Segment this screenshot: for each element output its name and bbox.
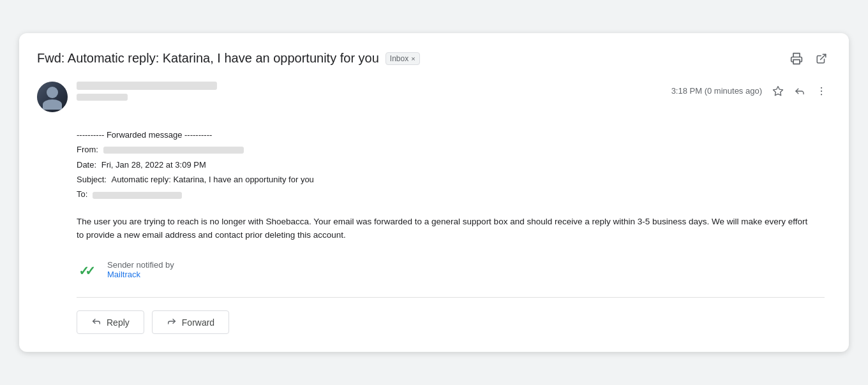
email-subject: Fwd: Automatic reply: Katarina, I have a… <box>37 51 379 66</box>
email-body: ---------- Forwarded message ---------- … <box>37 127 831 298</box>
reply-button-label: Reply <box>107 317 130 328</box>
reply-button-icon <box>91 316 101 328</box>
forwarded-separator: ---------- Forwarded message ---------- <box>77 127 825 142</box>
mailtrack-label: Sender notified by <box>107 260 174 270</box>
email-header: Fwd: Automatic reply: Katarina, I have a… <box>37 48 831 69</box>
to-line: To: <box>77 187 825 201</box>
sender-right-icons <box>768 82 831 101</box>
svg-line-1 <box>821 54 826 59</box>
from-value-redacted <box>103 147 244 154</box>
subject-label: Subject: <box>77 175 107 184</box>
print-button[interactable] <box>786 48 807 69</box>
forward-button[interactable]: Forward <box>152 310 229 334</box>
reply-header-button[interactable] <box>790 82 809 101</box>
forwarded-header: ---------- Forwarded message ---------- … <box>77 127 825 202</box>
check2: ✓ <box>85 263 96 279</box>
email-timestamp: 3:18 PM (0 minutes ago) <box>671 86 762 96</box>
sender-right: 3:18 PM (0 minutes ago) <box>671 82 831 101</box>
sender-email-redacted <box>77 94 128 101</box>
print-icon <box>790 52 803 65</box>
reply-arrow-icon <box>91 316 101 326</box>
email-body-text: The user you are trying to reach is no l… <box>77 215 811 242</box>
sender-info <box>77 82 217 101</box>
sender-name-redacted <box>77 82 217 90</box>
header-actions <box>786 48 831 69</box>
to-value-redacted <box>93 192 182 199</box>
reply-button[interactable]: Reply <box>77 310 144 334</box>
open-external-button[interactable] <box>812 49 831 68</box>
svg-point-5 <box>821 94 822 95</box>
svg-point-4 <box>821 91 822 92</box>
mailtrack-notification: ✓ ✓ Sender notified by Mailtrack <box>77 260 825 279</box>
date-value: Fri, Jan 28, 2022 at 3:09 PM <box>101 160 206 170</box>
from-line: From: <box>77 142 825 157</box>
subject-line: Subject: Automatic reply: Katarina, I ha… <box>77 172 825 187</box>
subject-area: Fwd: Automatic reply: Katarina, I have a… <box>37 51 786 66</box>
star-icon <box>772 85 784 97</box>
more-options-button[interactable] <box>812 82 831 101</box>
inbox-badge-label: Inbox <box>390 54 408 63</box>
svg-rect-0 <box>793 60 800 64</box>
svg-marker-2 <box>774 86 783 95</box>
forward-button-icon <box>167 316 177 328</box>
more-options-icon <box>816 85 827 97</box>
date-line: Date: Fri, Jan 28, 2022 at 3:09 PM <box>77 157 825 172</box>
forward-button-label: Forward <box>182 317 214 328</box>
subject-value: Automatic reply: Katarina, I have an opp… <box>112 175 314 184</box>
reply-header-icon <box>794 85 805 97</box>
mailtrack-link[interactable]: Mailtrack <box>107 270 174 279</box>
date-label: Date: <box>77 160 96 170</box>
email-thread-view: Fwd: Automatic reply: Katarina, I have a… <box>19 33 849 352</box>
star-button[interactable] <box>768 82 788 101</box>
avatar <box>37 82 68 112</box>
divider <box>77 297 825 298</box>
double-check-icon: ✓ ✓ <box>77 261 100 279</box>
sender-left <box>37 82 217 112</box>
svg-point-3 <box>821 87 822 89</box>
action-buttons: Reply Forward <box>37 310 831 334</box>
forward-arrow-icon <box>167 316 177 326</box>
to-label: To: <box>77 189 87 199</box>
mailtrack-text: Sender notified by Mailtrack <box>107 260 174 279</box>
open-external-icon <box>816 53 827 64</box>
sender-row: 3:18 PM (0 minutes ago) <box>37 82 831 112</box>
from-label: From: <box>77 145 98 154</box>
avatar-image <box>37 82 68 112</box>
inbox-badge: Inbox × <box>385 52 420 65</box>
inbox-badge-close[interactable]: × <box>411 55 415 62</box>
